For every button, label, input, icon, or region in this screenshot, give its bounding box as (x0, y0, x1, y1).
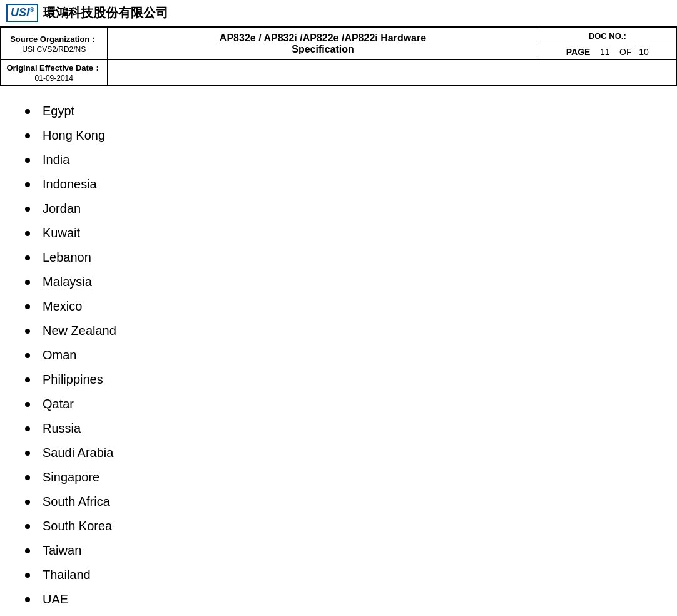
usi-text: USI (11, 6, 29, 19)
page-cell: PAGE 11 OF 10 (539, 44, 676, 60)
bullet-icon (25, 133, 30, 138)
list-item: Kuwait (25, 221, 652, 245)
country-name: Qatar (43, 397, 74, 411)
list-item: Indonesia (25, 172, 652, 197)
list-item: Jordan (25, 197, 652, 221)
country-name: South Africa (43, 495, 110, 509)
page-label: PAGE (566, 47, 591, 57)
bullet-icon (25, 500, 30, 505)
list-item: Malaysia (25, 270, 652, 294)
bullet-icon (25, 158, 30, 163)
country-name: Russia (43, 421, 81, 436)
list-item: Oman (25, 343, 652, 367)
country-name: South Korea (43, 519, 112, 533)
list-item: Mexico (25, 294, 652, 319)
list-item: Thailand (25, 563, 652, 587)
source-org-cell: Source Organization： USI CVS2/RD2/NS (1, 28, 107, 60)
country-list: EgyptHong KongIndiaIndonesiaJordanKuwait… (25, 99, 652, 616)
page-number: 11 (600, 47, 610, 57)
list-item: Qatar (25, 392, 652, 416)
bullet-icon (25, 451, 30, 456)
country-name: UAE (43, 592, 68, 607)
page-total: 10 (639, 47, 649, 57)
list-item: Taiwan (25, 538, 652, 563)
list-item: South Africa (25, 490, 652, 514)
country-name: Mexico (43, 299, 82, 314)
country-name: Hong Kong (43, 128, 105, 143)
orig-date-cell: Original Effective Date： 01-09-2014 (1, 60, 107, 86)
bullet-icon (25, 377, 30, 382)
country-name: Egypt (43, 104, 74, 118)
content-area: EgyptHong KongIndiaIndonesiaJordanKuwait… (0, 86, 677, 616)
list-item: UAE (25, 587, 652, 612)
country-name: Saudi Arabia (43, 446, 113, 460)
bullet-icon (25, 548, 30, 553)
country-name: Lebanon (43, 250, 91, 265)
list-item: Russia (25, 416, 652, 441)
list-item: Singapore (25, 465, 652, 490)
bullet-icon (25, 597, 30, 602)
source-org-value: USI CVS2/RD2/NS (6, 45, 102, 54)
list-item: New Zealand (25, 319, 652, 343)
country-name: Malaysia (43, 275, 92, 289)
source-org-label: Source Organization： (6, 34, 102, 45)
usi-logo-box: USI® (6, 4, 38, 22)
list-item: Vietnam (25, 612, 652, 616)
orig-date-value: 01-09-2014 (6, 74, 102, 83)
bullet-icon (25, 475, 30, 480)
bullet-icon (25, 524, 30, 529)
bullet-icon (25, 182, 30, 187)
list-item: Egypt (25, 99, 652, 123)
bullet-icon (25, 329, 30, 334)
doc-header-table: Source Organization： USI CVS2/RD2/NS AP8… (0, 27, 677, 86)
country-name: Indonesia (43, 177, 97, 192)
orig-date-label: Original Effective Date： (6, 63, 102, 74)
bullet-icon (25, 280, 30, 285)
bullet-icon (25, 573, 30, 578)
registered-mark: ® (29, 6, 34, 13)
country-name: India (43, 153, 69, 167)
list-item: Lebanon (25, 245, 652, 270)
list-item: Philippines (25, 367, 652, 392)
list-item: Hong Kong (25, 123, 652, 148)
title-line2: Specification (113, 44, 534, 55)
list-item: Saudi Arabia (25, 441, 652, 465)
country-name: New Zealand (43, 324, 116, 338)
country-name: Taiwan (43, 543, 81, 558)
bullet-icon (25, 231, 30, 236)
doc-no-cell: DOC NO.: (539, 28, 676, 44)
country-name: Jordan (43, 202, 81, 216)
doc-no-label: DOC NO.: (589, 31, 626, 41)
country-name: Thailand (43, 568, 91, 582)
bullet-icon (25, 304, 30, 309)
list-item: South Korea (25, 514, 652, 538)
country-name: Singapore (43, 470, 99, 485)
bullet-icon (25, 255, 30, 260)
logo: USI® 環鴻科技股份有限公司 (6, 4, 168, 22)
list-item: India (25, 148, 652, 172)
country-name: Oman (43, 348, 76, 362)
bullet-icon (25, 207, 30, 212)
doc-title-cell: AP832e / AP832i /AP822e /AP822i Hardware… (107, 28, 539, 60)
country-name: Kuwait (43, 226, 80, 240)
bullet-icon (25, 353, 30, 358)
logo-area: USI® 環鴻科技股份有限公司 (0, 0, 677, 27)
bullet-icon (25, 426, 30, 431)
page-of-label: OF (619, 47, 631, 57)
company-chinese-name: 環鴻科技股份有限公司 (43, 4, 168, 21)
bullet-icon (25, 109, 30, 114)
title-line1: AP832e / AP832i /AP822e /AP822i Hardware (113, 33, 534, 44)
bullet-icon (25, 402, 30, 407)
country-name: Philippines (43, 372, 103, 387)
